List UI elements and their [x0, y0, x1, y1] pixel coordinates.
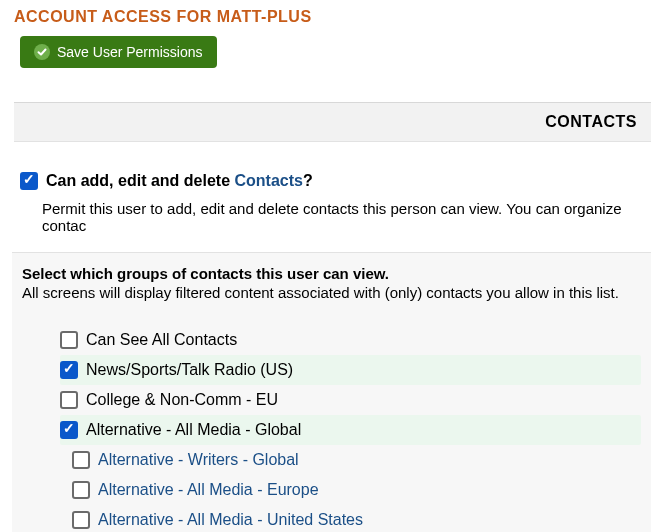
group-checkbox[interactable]: ✓: [72, 481, 90, 499]
groups-panel-heading: Select which groups of contacts this use…: [22, 265, 641, 282]
section-tab-contacts: CONTACTS: [14, 103, 651, 142]
groups-panel: Select which groups of contacts this use…: [12, 252, 651, 532]
group-checkbox[interactable]: ✓: [60, 331, 78, 349]
page-title: ACCOUNT ACCESS FOR MATT-PLUS: [14, 8, 651, 26]
group-label-link[interactable]: Alternative - Writers - Global: [98, 451, 299, 469]
group-checkbox[interactable]: ✓: [60, 421, 78, 439]
contacts-link[interactable]: Contacts: [234, 172, 302, 189]
permission-description: Permit this user to add, edit and delete…: [42, 200, 651, 234]
group-label: Alternative - All Media - Global: [86, 421, 301, 439]
groups-panel-subheading: All screens will display filtered conten…: [22, 284, 641, 301]
group-label: College & Non-Comm - EU: [86, 391, 278, 409]
group-label-link[interactable]: Alternative - All Media - Europe: [98, 481, 319, 499]
group-row: ✓Alternative - Writers - Global: [72, 445, 641, 475]
groups-list: ✓Can See All Contacts✓News/Sports/Talk R…: [22, 325, 641, 532]
group-label-link[interactable]: Alternative - All Media - United States: [98, 511, 363, 529]
group-checkbox[interactable]: ✓: [72, 511, 90, 529]
group-checkbox[interactable]: ✓: [60, 361, 78, 379]
group-label: News/Sports/Talk Radio (US): [86, 361, 293, 379]
group-row: ✓Alternative - All Media - United States: [72, 505, 641, 532]
group-row: ✓Alternative - All Media - Global: [60, 415, 641, 445]
group-row: ✓News/Sports/Talk Radio (US): [60, 355, 641, 385]
permission-checkbox[interactable]: ✓: [20, 172, 38, 190]
save-button-label: Save User Permissions: [57, 44, 203, 60]
save-user-permissions-button[interactable]: Save User Permissions: [20, 36, 217, 68]
group-row: ✓College & Non-Comm - EU: [60, 385, 641, 415]
group-checkbox[interactable]: ✓: [60, 391, 78, 409]
group-row: ✓Can See All Contacts: [60, 325, 641, 355]
group-label: Can See All Contacts: [86, 331, 237, 349]
permission-question-row: ✓ Can add, edit and delete Contacts?: [20, 172, 651, 190]
group-checkbox[interactable]: ✓: [72, 451, 90, 469]
check-circle-icon: [34, 44, 50, 60]
permission-question-text: Can add, edit and delete Contacts?: [46, 172, 313, 190]
group-row: ✓Alternative - All Media - Europe: [72, 475, 641, 505]
